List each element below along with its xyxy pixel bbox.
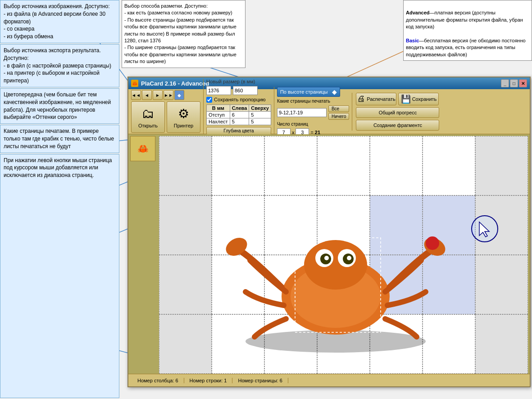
grid-cell-3-6[interactable] <box>423 255 475 314</box>
layout-annotation: Выбор способа разметки. Доступно: - как … <box>122 0 246 68</box>
grid-cell-1-6[interactable] <box>423 136 475 195</box>
grid-cell-1-4[interactable] <box>317 136 370 195</box>
next-page-button[interactable]: ► <box>153 90 163 100</box>
title-controls[interactable]: _ □ ✕ <box>501 79 527 87</box>
row-status: Номер строки: 1 <box>184 378 233 383</box>
grid-cell-1-7[interactable] <box>475 136 528 195</box>
print-button[interactable]: 🖨 Распечатать <box>356 93 396 105</box>
grid-cell-3-3[interactable] <box>264 255 317 314</box>
first-page-button[interactable]: ◄◄ <box>131 90 141 100</box>
offset-left-input[interactable] <box>232 112 246 118</box>
offset-label: Отступ <box>207 111 230 118</box>
proportion-checkbox[interactable] <box>206 97 212 103</box>
page-status: Номер страницы: 6 <box>232 378 288 383</box>
printer-label: Принтер <box>174 123 193 128</box>
click-info-text: При нажатии левой кнопки мыши страница п… <box>4 157 112 179</box>
column-status-value: 6 <box>175 378 178 383</box>
open-label: Открыть <box>138 123 158 128</box>
layout-dropdown[interactable]: По высоте страницы ◆ <box>277 87 340 97</box>
click-info-box: При нажатии левой кнопки мыши страница п… <box>0 154 119 398</box>
close-button[interactable]: ✕ <box>519 79 527 87</box>
layout-annotation-text: Выбор способа разметки. Доступно: - как … <box>124 3 236 64</box>
thumb-icon: 🦀 <box>137 143 149 154</box>
grid-cell-2-3[interactable] <box>264 195 317 255</box>
pages-info-text: Какие страницы печатаем. В примере тольк… <box>4 128 114 150</box>
save-button[interactable]: 💾 Сохранить <box>398 93 439 105</box>
mark-button[interactable]: ◆ <box>174 90 184 100</box>
overlap-top-input[interactable] <box>251 119 264 124</box>
height-input[interactable] <box>233 86 258 95</box>
grid-cell-3-4[interactable] <box>317 255 370 314</box>
grid-cell-4-6[interactable] <box>423 314 475 374</box>
thumbnail-item[interactable]: 🦀 <box>130 136 155 161</box>
status-bar: Номер столбца: 6 Номер строки: 1 Номер с… <box>128 374 530 386</box>
page-grid[interactable] <box>159 136 528 374</box>
grid-cell-4-2[interactable] <box>212 314 264 374</box>
app-icon: 🦀 <box>131 80 138 87</box>
layout-dropdown-icon: ◆ <box>332 88 337 95</box>
pages-print-label: Какие страницы печатать <box>277 99 350 104</box>
overlap-label: Нахлест <box>207 118 230 125</box>
print-icon: 🖨 <box>357 94 365 104</box>
grid-cell-4-4[interactable] <box>317 314 370 374</box>
version-annotation-text: Advanced—платная версия (доступны дополн… <box>406 10 526 57</box>
grid-cell-4-7[interactable] <box>475 314 528 374</box>
color-info-box: Цветопередача (чем больше бит тем качест… <box>0 88 119 124</box>
fragment-label: Создание фрагментс <box>373 122 422 128</box>
grid-cell-3-2[interactable] <box>212 255 264 314</box>
last-page-button[interactable]: ►► <box>164 90 173 100</box>
table-row-offset: Отступ <box>207 111 271 118</box>
grid-cell-4-1[interactable] <box>159 314 212 374</box>
fragment-button[interactable]: Создание фрагментс <box>356 120 439 131</box>
grid-cell-1-2[interactable] <box>212 136 264 195</box>
size-label: Новый размер (в мм) <box>206 79 271 84</box>
print-label: Распечатать <box>367 96 395 102</box>
open-icon: 🗂 <box>142 106 155 121</box>
main-canvas[interactable]: 🦀 <box>128 134 530 386</box>
grid-cell-3-1[interactable] <box>159 255 212 314</box>
source-info-box: Выбор источника изображения. Доступно: -… <box>0 0 119 43</box>
grid-cell-2-4[interactable] <box>317 195 370 255</box>
grid-cell-4-5[interactable] <box>370 314 423 374</box>
left-panel: Выбор источника изображения. Доступно: -… <box>0 0 119 399</box>
progress-button[interactable]: Общий прогресс <box>356 107 439 118</box>
cursor-indicator <box>471 215 498 242</box>
col-header-left: Слева <box>230 104 249 111</box>
grid-cell-3-5[interactable] <box>370 255 423 314</box>
nav-buttons: ◄◄ ◄ ► ►► ◆ <box>131 90 200 100</box>
none-button[interactable]: Ничего <box>328 113 350 120</box>
app-content: ◄◄ ◄ ► ►► ◆ 🗂 Открыть ⚙ Принтер <box>128 89 530 386</box>
minimize-button[interactable]: _ <box>501 79 509 87</box>
printer-button[interactable]: ⚙ Принтер <box>167 101 200 133</box>
open-button[interactable]: 🗂 Открыть <box>131 101 165 133</box>
progress-label: Общий прогресс <box>379 110 417 115</box>
maximize-button[interactable]: □ <box>510 79 518 87</box>
grid-cell-2-2[interactable] <box>212 195 264 255</box>
column-status: Номер столбца: 6 <box>132 378 184 383</box>
grid-cell-3-7[interactable] <box>475 255 528 314</box>
grid-cell-4-3[interactable] <box>264 314 317 374</box>
grid-cell-2-5[interactable] <box>370 195 423 255</box>
grid-cell-2-6[interactable] <box>423 195 475 255</box>
overlap-left-input[interactable] <box>232 119 246 124</box>
svg-marker-25 <box>479 222 489 237</box>
grid-cell-2-1[interactable] <box>159 195 212 255</box>
column-status-label: Номер столбца: <box>137 378 174 383</box>
page-status-label: Номер страницы: <box>238 378 278 383</box>
all-none-buttons: Все Ничего <box>328 105 350 120</box>
all-button[interactable]: Все <box>328 105 350 112</box>
printer-icon: ⚙ <box>178 106 189 121</box>
row-status-label: Номер строки: <box>190 378 223 383</box>
grid-cell-1-3[interactable] <box>264 136 317 195</box>
pages-row: Все Ничего <box>277 105 350 120</box>
offset-top-input[interactable] <box>251 112 264 118</box>
col-header-name: В мм <box>207 104 230 111</box>
prev-page-button[interactable]: ◄ <box>142 90 152 100</box>
width-input[interactable] <box>206 86 231 95</box>
layout-pages-section: По высоте страницы ◆ Какие страницы печа… <box>274 87 350 136</box>
grid-cell-1-1[interactable] <box>159 136 212 195</box>
margin-table: В мм Слева Сверху Отступ Нахлест <box>206 104 271 125</box>
pages-range-input[interactable] <box>277 108 327 117</box>
depth-label: Глубина цвета <box>206 127 271 135</box>
grid-cell-1-5[interactable] <box>370 136 423 195</box>
